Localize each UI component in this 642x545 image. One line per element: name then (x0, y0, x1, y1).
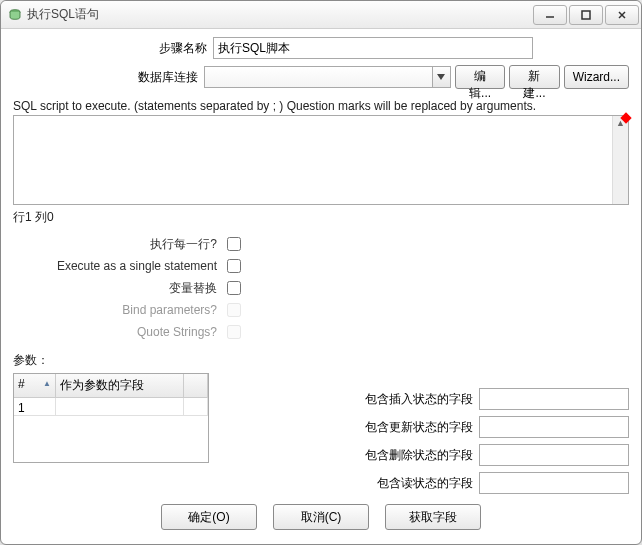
status-fields-group: 包含插入状态的字段 包含更新状态的字段 包含删除状态的字段 包含读状态的字段 (227, 373, 629, 496)
read-status-label: 包含读状态的字段 (377, 475, 479, 492)
minimize-button[interactable] (533, 5, 567, 25)
row-extra-cell[interactable] (184, 398, 208, 416)
insert-status-input[interactable] (479, 388, 629, 410)
delete-status-label: 包含删除状态的字段 (365, 447, 479, 464)
read-status-input[interactable] (479, 472, 629, 494)
bottom-area: # ▲ 作为参数的字段 1 包含插入状态的字段 (13, 373, 629, 496)
single-statement-checkbox[interactable] (227, 259, 241, 273)
titlebar: 执行SQL语句 (1, 1, 641, 29)
scrollbar[interactable]: ▲ (612, 116, 628, 204)
edit-connection-button[interactable]: 编辑... (455, 65, 505, 89)
svg-rect-2 (582, 11, 590, 19)
row-num-cell: 1 (14, 398, 56, 416)
row-field-cell[interactable] (56, 398, 184, 416)
window-controls (533, 5, 639, 25)
step-name-input[interactable] (213, 37, 533, 59)
maximize-button[interactable] (569, 5, 603, 25)
execute-each-row-label: 执行每一行? (13, 236, 223, 253)
sql-script-label: SQL script to execute. (statements separ… (13, 99, 629, 113)
parameters-table-header: # ▲ 作为参数的字段 (14, 374, 208, 398)
delete-status-input[interactable] (479, 444, 629, 466)
get-fields-button[interactable]: 获取字段 (385, 504, 481, 530)
dialog-footer: 确定(O) 取消(C) 获取字段 (13, 496, 629, 540)
cancel-button[interactable]: 取消(C) (273, 504, 369, 530)
window-title: 执行SQL语句 (27, 6, 533, 23)
ok-button[interactable]: 确定(O) (161, 504, 257, 530)
column-extra-header[interactable] (184, 374, 208, 397)
app-icon (7, 7, 23, 23)
parameters-label: 参数： (13, 352, 629, 369)
update-status-label: 包含更新状态的字段 (365, 419, 479, 436)
db-connection-combo[interactable] (204, 66, 451, 88)
quote-strings-label: Quote Strings? (13, 325, 223, 339)
sql-script-input[interactable] (14, 116, 612, 204)
sql-script-area: ▲ (13, 115, 629, 205)
table-row[interactable]: 1 (14, 398, 208, 416)
variable-substitution-label: 变量替换 (13, 280, 223, 297)
variable-substitution-checkbox[interactable] (227, 281, 241, 295)
sort-asc-icon: ▲ (43, 379, 51, 388)
dialog-content: 步骤名称 数据库连接 编辑... 新建... Wizard... SQL scr… (1, 29, 641, 544)
wizard-button[interactable]: Wizard... (564, 65, 629, 89)
insert-status-label: 包含插入状态的字段 (365, 391, 479, 408)
chevron-down-icon (432, 67, 450, 87)
single-statement-label: Execute as a single statement (13, 259, 223, 273)
parameters-table-body: 1 (14, 398, 208, 416)
parameters-table[interactable]: # ▲ 作为参数的字段 1 (13, 373, 209, 463)
bind-parameters-label: Bind parameters? (13, 303, 223, 317)
cursor-position-label: 行1 列0 (13, 209, 629, 226)
execute-each-row-checkbox[interactable] (227, 237, 241, 251)
close-button[interactable] (605, 5, 639, 25)
bind-parameters-checkbox (227, 303, 241, 317)
new-connection-button[interactable]: 新建... (509, 65, 559, 89)
options-group: 执行每一行? Execute as a single statement 变量替… (13, 232, 629, 344)
quote-strings-checkbox (227, 325, 241, 339)
db-connection-label: 数据库连接 (13, 69, 204, 86)
dialog-window: 执行SQL语句 步骤名称 数据库连接 编辑... 新建... Wizard...… (0, 0, 642, 545)
update-status-input[interactable] (479, 416, 629, 438)
step-name-label: 步骤名称 (13, 40, 213, 57)
column-num-header[interactable]: # ▲ (14, 374, 56, 397)
column-field-header[interactable]: 作为参数的字段 (56, 374, 184, 397)
